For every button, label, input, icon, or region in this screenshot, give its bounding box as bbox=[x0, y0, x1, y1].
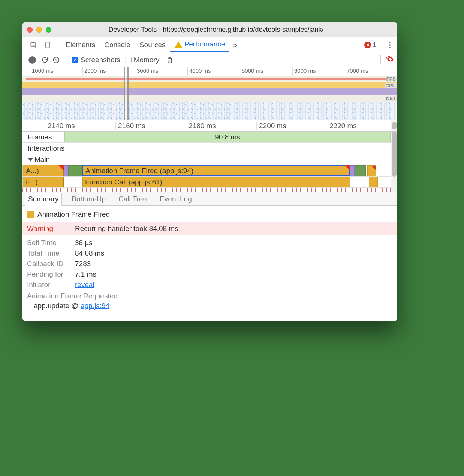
pending-for-value: 7.1 ms bbox=[75, 270, 96, 278]
flame-segment[interactable] bbox=[64, 165, 82, 176]
main-track-header[interactable]: Main bbox=[22, 154, 391, 165]
ruler-tick: 2200 ms bbox=[256, 122, 327, 130]
devtools-menu-icon[interactable] bbox=[386, 42, 394, 48]
initiator-row: Initiator reveal bbox=[27, 281, 393, 289]
more-tabs-button[interactable]: » bbox=[229, 41, 241, 49]
callback-id-row: Callback ID 7283 bbox=[27, 260, 393, 268]
chevron-down-icon bbox=[28, 158, 33, 162]
total-time-label: Total Time bbox=[27, 249, 68, 257]
tab-console[interactable]: Console bbox=[100, 37, 135, 52]
tab-performance[interactable]: Performance bbox=[170, 37, 230, 52]
overview-fps-row: FPS bbox=[22, 76, 397, 82]
screenshots-label: Screenshots bbox=[81, 56, 120, 64]
device-toggle-icon[interactable] bbox=[42, 41, 53, 49]
flame-chart[interactable]: Frames 90.8 ms Interactions Main A...) A… bbox=[22, 132, 397, 192]
stack-source-link[interactable]: app.js:94 bbox=[81, 302, 109, 310]
flame-scrollbar[interactable] bbox=[391, 120, 397, 131]
interactions-track[interactable]: Interactions bbox=[22, 143, 391, 154]
flame-animation-frame-fired[interactable]: Animation Frame Fired (app.js:94) bbox=[82, 165, 350, 176]
screenshots-checkbox[interactable]: ✓ bbox=[72, 57, 78, 63]
ruler-tick: 2140 ms bbox=[45, 122, 115, 130]
ruler-tick: 2180 ms bbox=[186, 122, 256, 130]
interactions-track-label[interactable]: Interactions bbox=[22, 143, 64, 154]
overview-filmstrip bbox=[22, 102, 397, 120]
perf-controlbar: ✓ Screenshots Memory bbox=[22, 52, 397, 67]
flame-rows: A...) Animation Frame Fired (app.js:94) … bbox=[22, 165, 391, 192]
callback-id-label: Callback ID bbox=[27, 260, 68, 268]
tab-event-log[interactable]: Event Log bbox=[157, 192, 195, 205]
stack-trace: app.update @ app.js:94 bbox=[27, 302, 393, 310]
self-time-value: 38 µs bbox=[75, 239, 93, 247]
animation-frame-requested-label: Animation Frame Requested bbox=[27, 292, 393, 300]
minimize-window-button[interactable] bbox=[36, 27, 42, 33]
frames-track-label[interactable]: Frames bbox=[22, 132, 64, 142]
warning-text: Recurring handler took 84.08 ms bbox=[75, 225, 178, 233]
tab-sources[interactable]: Sources bbox=[135, 37, 170, 52]
divider bbox=[58, 40, 58, 49]
track-scrollbar[interactable] bbox=[391, 132, 397, 192]
error-count-badge[interactable]: × 1 bbox=[361, 41, 380, 49]
close-window-button[interactable] bbox=[27, 27, 33, 33]
devtools-window: Developer Tools - https://googlechrome.g… bbox=[22, 22, 397, 321]
main-track-label[interactable]: Main bbox=[22, 154, 64, 165]
main-label-text: Main bbox=[34, 156, 50, 164]
error-count: 1 bbox=[373, 41, 377, 49]
frames-track[interactable]: Frames 90.8 ms bbox=[22, 132, 391, 143]
flame-tail[interactable] bbox=[350, 165, 391, 176]
warning-icon bbox=[175, 41, 182, 48]
overview-net-row: NET bbox=[22, 95, 397, 102]
trash-button[interactable] bbox=[165, 56, 174, 64]
overview-viewport-handle[interactable] bbox=[124, 67, 129, 120]
inspect-element-icon[interactable] bbox=[28, 41, 39, 49]
flame-stub-f[interactable]: F...) bbox=[22, 177, 64, 187]
reload-button[interactable] bbox=[40, 56, 49, 64]
memory-checkbox-wrap[interactable]: Memory bbox=[125, 56, 160, 64]
flame-ruler[interactable]: 2140 ms 2160 ms 2180 ms 2200 ms 2220 ms bbox=[22, 120, 397, 132]
overview-cpu-row: CPU bbox=[22, 82, 397, 95]
ruler-tick: 7000 ms bbox=[345, 67, 397, 76]
initiator-label: Initiator bbox=[27, 281, 68, 289]
total-time-value: 84.08 ms bbox=[75, 249, 104, 257]
zoom-window-button[interactable] bbox=[46, 27, 51, 33]
memory-checkbox[interactable] bbox=[125, 57, 132, 63]
net-label: NET bbox=[385, 96, 397, 101]
tab-bottom-up[interactable]: Bottom-Up bbox=[69, 192, 109, 205]
ruler-tick: 3000 ms bbox=[135, 67, 187, 76]
detail-tabs: Summary Bottom-Up Call Tree Event Log bbox=[22, 192, 397, 206]
fps-label: FPS bbox=[386, 76, 397, 82]
warning-row: Warning Recurring handler took 84.08 ms bbox=[22, 222, 397, 235]
screenshots-checkbox-wrap[interactable]: ✓ Screenshots bbox=[72, 56, 120, 64]
tab-summary[interactable]: Summary bbox=[25, 193, 62, 206]
traffic-lights bbox=[27, 27, 51, 33]
flame-function-call[interactable]: Function Call (app.js:61) bbox=[82, 177, 350, 187]
settings-gear-icon[interactable] bbox=[386, 55, 394, 64]
flame-stub-a[interactable]: A...) bbox=[22, 165, 64, 176]
overview-pane[interactable]: 1000 ms 2000 ms 3000 ms 4000 ms 5000 ms … bbox=[22, 67, 397, 120]
memory-label: Memory bbox=[134, 56, 160, 64]
ruler-tick: 4000 ms bbox=[187, 67, 240, 76]
record-button[interactable] bbox=[28, 56, 36, 64]
frames-track-value[interactable]: 90.8 ms bbox=[64, 132, 391, 142]
tab-elements[interactable]: Elements bbox=[61, 37, 100, 52]
cpu-label: CPU bbox=[385, 83, 397, 88]
event-color-swatch bbox=[27, 211, 34, 218]
self-time-row: Self Time 38 µs bbox=[27, 239, 393, 247]
ruler-tick: 5000 ms bbox=[240, 67, 292, 76]
svg-rect-1 bbox=[46, 42, 49, 48]
clear-button[interactable] bbox=[52, 56, 61, 64]
titlebar: Developer Tools - https://googlechrome.g… bbox=[22, 22, 397, 37]
error-icon: × bbox=[364, 42, 371, 48]
pending-for-row: Pending for 7.1 ms bbox=[27, 270, 393, 278]
initiator-reveal-link[interactable]: reveal bbox=[75, 281, 94, 289]
tab-call-tree[interactable]: Call Tree bbox=[115, 192, 150, 205]
devtools-tabbar: Elements Console Sources Performance » ×… bbox=[22, 37, 397, 52]
self-time-label: Self Time bbox=[27, 239, 68, 247]
warning-label: Warning bbox=[27, 225, 68, 233]
total-time-row: Total Time 84.08 ms bbox=[27, 249, 393, 257]
window-title: Developer Tools - https://googlechrome.g… bbox=[58, 26, 393, 34]
overview-ruler[interactable]: 1000 ms 2000 ms 3000 ms 4000 ms 5000 ms … bbox=[22, 67, 397, 76]
divider bbox=[380, 55, 381, 64]
ruler-tick: 1000 ms bbox=[30, 67, 82, 76]
stack-func: app.update @ bbox=[34, 302, 81, 310]
pending-for-label: Pending for bbox=[27, 270, 68, 278]
